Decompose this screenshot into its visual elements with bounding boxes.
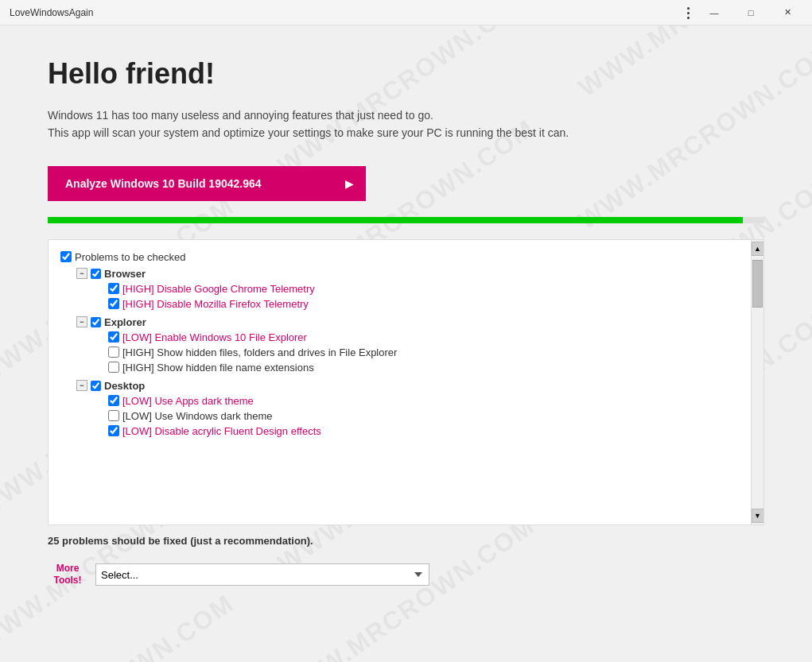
scrollbar-down-button[interactable]: ▼ <box>752 509 764 523</box>
problems-area: Problems to be checked − Browser [HIGH] … <box>48 239 764 525</box>
dark-windows-checkbox[interactable] <box>108 410 119 421</box>
root-label: Problems to be checked <box>75 251 185 263</box>
root-checkbox[interactable] <box>60 251 72 262</box>
firefox-telemetry-item: [HIGH] Disable Mozilla Firefox Telemetry <box>108 298 739 310</box>
fluent-design-label: [LOW] Disable acrylic Fluent Design effe… <box>122 425 321 437</box>
maximize-button[interactable]: □ <box>732 0 769 25</box>
hidden-files-item: [HIGH] Show hidden files, folders and dr… <box>108 346 739 358</box>
scrollbar: ▲ ▼ <box>751 240 763 525</box>
scrollbar-up-button[interactable]: ▲ <box>752 242 764 256</box>
fluent-design-checkbox[interactable] <box>108 425 119 436</box>
hidden-files-label: [HIGH] Show hidden files, folders and dr… <box>122 346 397 358</box>
dark-apps-label: [LOW] Use Apps dark theme <box>122 395 254 407</box>
browser-collapse-button[interactable]: − <box>76 268 87 279</box>
more-options-button[interactable] <box>675 0 701 25</box>
description-line2: This app will scan your system and optim… <box>48 126 569 139</box>
window-controls: — □ ✕ <box>696 0 806 25</box>
main-content: Hello friend! Windows 11 has too many us… <box>0 25 812 603</box>
hidden-extensions-checkbox[interactable] <box>108 362 119 373</box>
analyze-button-container: Analyze Windows 10 Build 19042.964 ▶ <box>48 166 366 201</box>
win10-explorer-label: [LOW] Enable Windows 10 File Explorer <box>122 331 307 343</box>
desktop-group-label: Desktop <box>104 380 145 392</box>
chrome-telemetry-checkbox[interactable] <box>108 283 119 294</box>
browser-group-header: − Browser <box>76 268 739 280</box>
hidden-extensions-item: [HIGH] Show hidden file name extensions <box>108 362 739 374</box>
scrollbar-track <box>752 256 763 509</box>
scrollbar-thumb[interactable] <box>752 260 763 308</box>
desktop-collapse-button[interactable]: − <box>76 380 87 391</box>
progress-bar-container <box>48 217 764 223</box>
analyze-button-arrow[interactable]: ▶ <box>334 166 366 201</box>
titlebar: LoveWindowsAgain — □ ✕ <box>0 0 812 25</box>
dark-windows-label: [LOW] Use Windows dark theme <box>122 410 273 422</box>
firefox-telemetry-checkbox[interactable] <box>108 298 119 309</box>
description-text: Windows 11 has too many useless and anno… <box>48 106 764 142</box>
hidden-extensions-label: [HIGH] Show hidden file name extensions <box>122 362 314 374</box>
explorer-group-checkbox[interactable] <box>91 317 101 327</box>
minimize-button[interactable]: — <box>696 0 732 25</box>
win10-explorer-checkbox[interactable] <box>108 331 119 343</box>
hidden-files-checkbox[interactable] <box>108 346 119 358</box>
explorer-group-label: Explorer <box>104 316 146 328</box>
arrow-icon: ▶ <box>345 177 354 190</box>
description-line1: Windows 11 has too many useless and anno… <box>48 109 433 122</box>
app-title: LoveWindowsAgain <box>6 7 93 18</box>
dark-apps-item: [LOW] Use Apps dark theme <box>108 395 739 407</box>
explorer-collapse-button[interactable]: − <box>76 316 87 327</box>
chrome-telemetry-item: [HIGH] Disable Google Chrome Telemetry <box>108 283 739 295</box>
firefox-telemetry-label: [HIGH] Disable Mozilla Firefox Telemetry <box>122 298 309 310</box>
desktop-group-header: − Desktop <box>76 380 739 392</box>
problems-count: 25 problems should be fixed (just a reco… <box>48 535 764 547</box>
close-button[interactable]: ✕ <box>769 0 806 25</box>
fluent-design-item: [LOW] Disable acrylic Fluent Design effe… <box>108 425 739 437</box>
chrome-telemetry-label: [HIGH] Disable Google Chrome Telemetry <box>122 283 315 295</box>
three-dots-icon <box>687 7 690 19</box>
page-title: Hello friend! <box>48 57 764 91</box>
more-tools-select[interactable]: Select... <box>95 563 429 586</box>
more-tools-row: MoreTools! Select... <box>48 563 764 587</box>
more-tools-label: MoreTools! <box>48 563 87 587</box>
browser-group-checkbox[interactable] <box>91 269 101 279</box>
problems-list: Problems to be checked − Browser [HIGH] … <box>49 240 751 525</box>
win10-explorer-item: [LOW] Enable Windows 10 File Explorer <box>108 331 739 343</box>
progress-bar-fill <box>48 217 743 223</box>
analyze-button[interactable]: Analyze Windows 10 Build 19042.964 <box>48 166 334 201</box>
explorer-group-header: − Explorer <box>76 316 739 328</box>
root-check-item: Problems to be checked <box>60 251 739 263</box>
dark-apps-checkbox[interactable] <box>108 395 119 406</box>
browser-group-label: Browser <box>104 268 146 280</box>
dark-windows-item: [LOW] Use Windows dark theme <box>108 410 739 422</box>
desktop-group-checkbox[interactable] <box>91 381 101 391</box>
